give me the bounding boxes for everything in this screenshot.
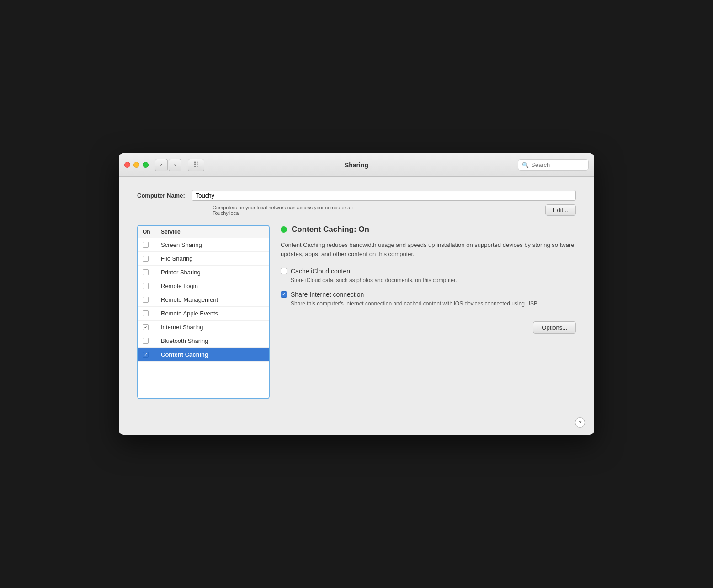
forward-button[interactable]: › bbox=[169, 159, 181, 171]
help-row: ? bbox=[119, 413, 594, 435]
share-internet-label: Share Internet connection bbox=[291, 291, 364, 298]
checkbox-file-sharing[interactable] bbox=[143, 256, 161, 262]
options-btn-row: Options... bbox=[281, 321, 576, 334]
checkbox-content-caching[interactable]: ✓ bbox=[143, 352, 161, 358]
nav-buttons: ‹ › bbox=[155, 159, 181, 171]
forward-icon: › bbox=[174, 161, 176, 168]
service-item-screen-sharing[interactable]: Screen Sharing bbox=[138, 238, 269, 252]
help-button[interactable]: ? bbox=[575, 417, 585, 428]
col-on-header: On bbox=[143, 229, 161, 235]
services-header: On Service bbox=[138, 226, 269, 238]
service-label-remote-management: Remote Management bbox=[161, 296, 218, 303]
cache-icloud-checkbox[interactable] bbox=[281, 268, 287, 274]
checkbox-remote-apple-events[interactable] bbox=[143, 310, 161, 316]
window-title: Sharing bbox=[345, 161, 368, 169]
checkbox-icon-screen-sharing[interactable] bbox=[143, 242, 149, 248]
cache-icloud-desc: Store iCloud data, such as photos and do… bbox=[291, 277, 576, 284]
share-internet-desc: Share this computer's Internet connectio… bbox=[291, 300, 576, 308]
cache-icloud-label: Cache iCloud content bbox=[291, 267, 352, 275]
service-item-bluetooth-sharing[interactable]: Bluetooth Sharing bbox=[138, 334, 269, 348]
service-item-remote-apple-events[interactable]: Remote Apple Events bbox=[138, 307, 269, 321]
back-icon: ‹ bbox=[160, 161, 162, 168]
col-service-header: Service bbox=[161, 229, 181, 235]
titlebar: ‹ › ⠿ Sharing 🔍 bbox=[119, 153, 594, 177]
service-label-printer-sharing: Printer Sharing bbox=[161, 269, 201, 276]
cache-icloud-header: Cache iCloud content bbox=[281, 267, 576, 275]
minimize-button[interactable] bbox=[133, 162, 139, 168]
checkbox-icon-remote-management[interactable] bbox=[143, 297, 149, 303]
search-icon: 🔍 bbox=[522, 162, 529, 168]
service-item-internet-sharing[interactable]: ✓ Internet Sharing bbox=[138, 321, 269, 334]
detail-panel: Content Caching: On Content Caching redu… bbox=[281, 225, 576, 334]
share-internet-checkbox[interactable]: ✓ bbox=[281, 291, 287, 298]
computer-name-label: Computer Name: bbox=[137, 192, 185, 199]
checkbox-icon-remote-login[interactable] bbox=[143, 283, 149, 289]
share-internet-header: ✓ Share Internet connection bbox=[281, 291, 576, 298]
content-caching-header: Content Caching: On bbox=[281, 225, 576, 234]
checkbox-icon-internet-sharing[interactable]: ✓ bbox=[143, 324, 149, 330]
edit-button[interactable]: Edit... bbox=[545, 204, 576, 216]
grid-button[interactable]: ⠿ bbox=[188, 159, 204, 171]
service-label-content-caching: Content Caching bbox=[161, 351, 208, 358]
service-label-remote-apple-events: Remote Apple Events bbox=[161, 310, 218, 317]
maximize-button[interactable] bbox=[143, 162, 149, 168]
checkbox-bluetooth-sharing[interactable] bbox=[143, 338, 161, 344]
back-button[interactable]: ‹ bbox=[155, 159, 168, 171]
checkbox-screen-sharing[interactable] bbox=[143, 242, 161, 248]
grid-icon: ⠿ bbox=[193, 160, 199, 169]
content-caching-desc: Content Caching reduces bandwidth usage … bbox=[281, 241, 576, 258]
computer-name-input[interactable] bbox=[192, 190, 576, 201]
search-box[interactable]: 🔍 bbox=[518, 159, 589, 171]
share-internet-option: ✓ Share Internet connection Share this c… bbox=[281, 291, 576, 308]
checkbox-icon-file-sharing[interactable] bbox=[143, 256, 149, 262]
options-button[interactable]: Options... bbox=[533, 321, 576, 334]
service-label-internet-sharing: Internet Sharing bbox=[161, 324, 203, 331]
services-footer bbox=[138, 362, 269, 398]
checkbox-internet-sharing[interactable]: ✓ bbox=[143, 324, 161, 330]
service-label-screen-sharing: Screen Sharing bbox=[161, 241, 202, 248]
content-caching-title: Content Caching: On bbox=[292, 225, 369, 234]
window: ‹ › ⠿ Sharing 🔍 Computer Name: Computers… bbox=[119, 153, 594, 435]
checkbox-remote-management[interactable] bbox=[143, 297, 161, 303]
service-item-printer-sharing[interactable]: Printer Sharing bbox=[138, 266, 269, 279]
computer-name-desc: Computers on your local network can acce… bbox=[213, 205, 539, 216]
checkbox-icon-printer-sharing[interactable] bbox=[143, 269, 149, 275]
content-area: Computer Name: Computers on your local n… bbox=[119, 177, 594, 413]
checkbox-icon-remote-apple-events[interactable] bbox=[143, 310, 149, 316]
service-label-file-sharing: File Sharing bbox=[161, 255, 192, 262]
services-panel: On Service Screen Sharing File Sharing bbox=[137, 225, 270, 399]
computer-name-row: Computer Name: bbox=[137, 190, 576, 201]
main-area: On Service Screen Sharing File Sharing bbox=[137, 225, 576, 399]
checkbox-remote-login[interactable] bbox=[143, 283, 161, 289]
traffic-lights bbox=[124, 162, 149, 168]
checkbox-icon-bluetooth-sharing[interactable] bbox=[143, 338, 149, 344]
status-dot-green bbox=[281, 226, 287, 233]
search-input[interactable] bbox=[531, 161, 585, 168]
service-label-remote-login: Remote Login bbox=[161, 283, 198, 289]
computer-name-sub: Computers on your local network can acce… bbox=[213, 204, 576, 216]
checkbox-printer-sharing[interactable] bbox=[143, 269, 161, 275]
checkbox-icon-content-caching[interactable]: ✓ bbox=[143, 352, 149, 358]
cache-icloud-option: Cache iCloud content Store iCloud data, … bbox=[281, 267, 576, 284]
service-item-remote-login[interactable]: Remote Login bbox=[138, 279, 269, 293]
close-button[interactable] bbox=[124, 162, 130, 168]
service-item-content-caching[interactable]: ✓ Content Caching bbox=[138, 348, 269, 362]
service-item-remote-management[interactable]: Remote Management bbox=[138, 293, 269, 307]
service-label-bluetooth-sharing: Bluetooth Sharing bbox=[161, 337, 208, 344]
service-item-file-sharing[interactable]: File Sharing bbox=[138, 252, 269, 266]
